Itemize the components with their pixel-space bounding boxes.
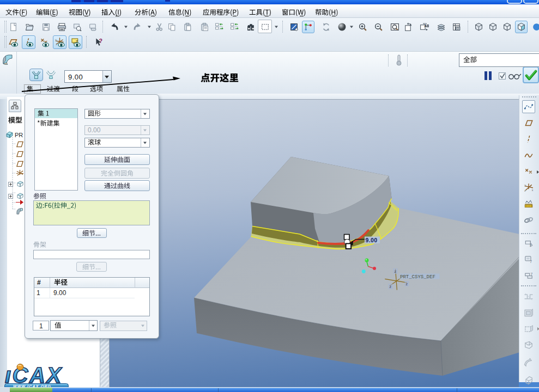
svg-text:7: 7 xyxy=(530,272,532,276)
svg-text:z: z xyxy=(406,282,408,286)
svg-text:7: 7 xyxy=(530,260,532,264)
svg-text:PR: PR xyxy=(15,132,23,138)
svg-text:PRT_CSYS_DEF: PRT_CSYS_DEF xyxy=(400,274,435,280)
svg-text:9.00: 9.00 xyxy=(366,237,378,243)
svg-text:z: z xyxy=(395,270,397,273)
svg-text:z: z xyxy=(390,285,392,289)
svg-text:x: x xyxy=(532,188,534,192)
svg-text:7: 7 xyxy=(529,243,531,247)
